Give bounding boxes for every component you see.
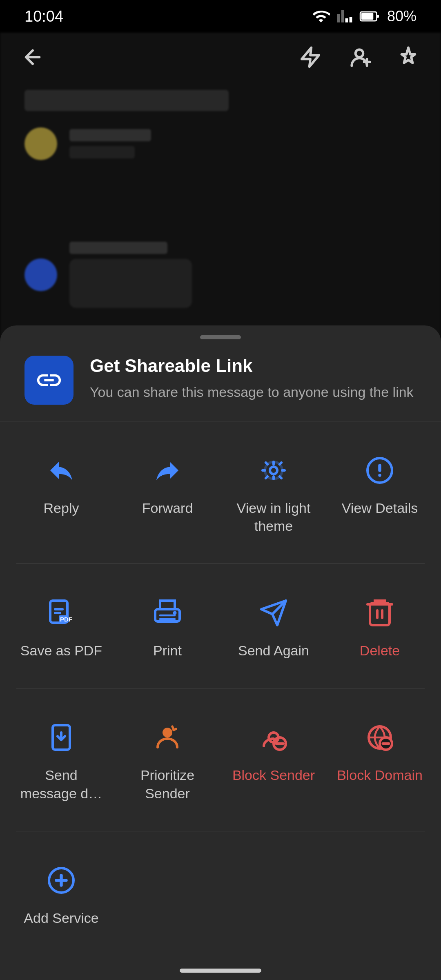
send-again-icon (259, 598, 288, 628)
block-sender-label: Block Sender (232, 766, 315, 784)
view-light-label: View in light theme (229, 499, 318, 535)
svg-rect-12 (370, 603, 390, 625)
print-button[interactable]: Print (114, 576, 220, 676)
prioritize-sender-button[interactable]: Prioritize Sender (114, 701, 220, 818)
delete-icon-wrap (359, 592, 400, 633)
status-icons: 80% (312, 7, 416, 25)
svg-point-14 (163, 728, 172, 737)
send-again-button[interactable]: Send Again (220, 576, 327, 676)
battery-icon (359, 7, 381, 25)
add-service-button[interactable]: Add Service (8, 844, 114, 943)
block-domain-icon-wrap (359, 717, 400, 758)
nav-indicator (180, 969, 261, 973)
block-domain-icon (365, 723, 394, 752)
view-details-icon-wrap (359, 450, 400, 491)
block-sender-icon (259, 723, 288, 752)
shareable-link-icon (24, 356, 74, 405)
send-message-d-icon-wrap (41, 717, 82, 758)
forward-icon-wrap (147, 450, 188, 491)
bottom-sheet: Get Shareable Link You can share this me… (0, 325, 441, 980)
delete-label: Delete (360, 641, 400, 659)
send-again-label: Send Again (238, 641, 309, 659)
actions-row-2: PDF Save as PDF Print (0, 564, 441, 688)
sheet-subtitle: You can share this message to anyone usi… (90, 383, 416, 402)
view-light-button[interactable]: View in light theme (220, 434, 327, 551)
info-icon (365, 456, 394, 485)
send-message-d-button[interactable]: Send message d… (8, 701, 114, 818)
save-pdf-button[interactable]: PDF Save as PDF (8, 576, 114, 676)
save-pdf-label: Save as PDF (20, 641, 102, 659)
add-icon (47, 866, 76, 895)
add-contact-button[interactable] (343, 41, 376, 74)
svg-rect-2 (376, 15, 379, 18)
status-bar: 10:04 80% (0, 0, 441, 33)
view-light-icon-wrap (253, 450, 294, 491)
pin-button[interactable] (392, 41, 425, 74)
status-time: 10:04 (24, 8, 63, 25)
app-bar (0, 33, 441, 82)
block-domain-label: Block Domain (337, 766, 423, 784)
svg-rect-1 (361, 13, 373, 20)
reply-button[interactable]: Reply (8, 434, 114, 551)
download-message-icon (47, 723, 76, 752)
sheet-header: Get Shareable Link You can share this me… (0, 356, 441, 421)
flash-button[interactable] (294, 41, 327, 74)
forward-icon (153, 456, 182, 485)
wifi-icon (312, 7, 330, 25)
block-sender-icon-wrap (253, 717, 294, 758)
delete-button[interactable]: Delete (327, 576, 433, 676)
send-message-d-label: Send message d… (16, 766, 106, 802)
sheet-title: Get Shareable Link (90, 356, 416, 376)
reply-icon-wrap (41, 450, 82, 491)
save-pdf-icon-wrap: PDF (41, 592, 82, 633)
settings-icon (259, 456, 288, 485)
battery-text: 80% (387, 8, 416, 25)
print-icon-wrap (147, 592, 188, 633)
drag-handle[interactable] (200, 335, 241, 339)
add-service-icon-wrap (41, 860, 82, 901)
svg-text:PDF: PDF (60, 616, 72, 623)
svg-point-3 (356, 49, 363, 57)
print-label: Print (153, 641, 182, 659)
send-again-icon-wrap (253, 592, 294, 633)
block-domain-button[interactable]: Block Domain (327, 701, 433, 818)
delete-icon (365, 598, 394, 628)
prioritize-sender-icon-wrap (147, 717, 188, 758)
print-icon (153, 598, 182, 628)
actions-row-3: Send message d… Prioritize Sender (0, 688, 441, 831)
forward-label: Forward (142, 499, 193, 517)
forward-button[interactable]: Forward (114, 434, 220, 551)
prioritize-icon (153, 723, 182, 752)
prioritize-sender-label: Prioritize Sender (122, 766, 212, 802)
reply-icon (47, 456, 76, 485)
actions-row-4: Add Service (0, 831, 441, 956)
header-text: Get Shareable Link You can share this me… (90, 356, 416, 402)
svg-point-4 (270, 467, 277, 474)
reply-label: Reply (44, 499, 79, 517)
link-icon (35, 366, 63, 394)
svg-point-11 (173, 611, 177, 615)
signal-icon (336, 7, 353, 25)
back-button[interactable] (16, 41, 49, 74)
view-details-label: View Details (342, 499, 418, 517)
view-details-button[interactable]: View Details (327, 434, 433, 551)
add-service-label: Add Service (24, 909, 98, 927)
pdf-icon: PDF (47, 598, 76, 628)
actions-row-1: Reply Forward View in light theme (0, 421, 441, 564)
block-sender-button[interactable]: Block Sender (220, 701, 327, 818)
